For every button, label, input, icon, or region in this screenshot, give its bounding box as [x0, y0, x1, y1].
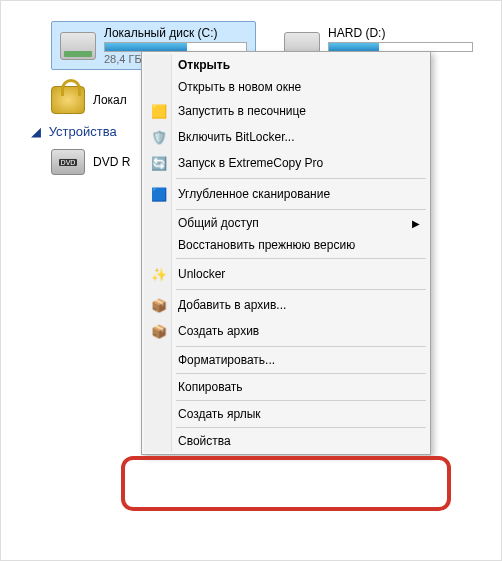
menu-separator	[176, 258, 426, 259]
drive-c-label: Локальный диск (C:)	[104, 26, 247, 40]
bitlocker-icon: 🛡️	[150, 128, 168, 146]
menu-separator	[176, 400, 426, 401]
menu-separator	[176, 427, 426, 428]
menu-restore-version[interactable]: Восстановить прежнюю версию	[144, 234, 428, 256]
collapse-icon: ◢	[31, 124, 41, 139]
deepscan-icon: 🟦	[150, 185, 168, 203]
menu-format[interactable]: Форматировать...	[144, 349, 428, 371]
menu-separator	[176, 346, 426, 347]
locked-drive-label: Локал	[93, 93, 127, 107]
extremecopy-icon: 🔄	[150, 154, 168, 172]
menu-separator	[176, 373, 426, 374]
lock-icon	[51, 86, 85, 114]
hdd-icon	[60, 32, 96, 60]
winrar-icon: 📦	[150, 322, 168, 340]
menu-unlocker[interactable]: ✨ Unlocker	[144, 261, 428, 287]
menu-extremecopy[interactable]: 🔄 Запуск в ExtremeCopy Pro	[144, 150, 428, 176]
menu-bitlocker[interactable]: 🛡️ Включить BitLocker...	[144, 124, 428, 150]
dvd-label: DVD R	[93, 155, 130, 169]
menu-share[interactable]: Общий доступ ▶	[144, 212, 428, 234]
context-menu: Открыть Открыть в новом окне 🟨 Запустить…	[141, 51, 431, 455]
menu-properties[interactable]: Свойства	[144, 430, 428, 452]
winrar-icon: 📦	[150, 296, 168, 314]
drive-d-label: HARD (D:)	[328, 26, 473, 40]
menu-sandbox[interactable]: 🟨 Запустить в песочнице	[144, 98, 428, 124]
menu-copy[interactable]: Копировать	[144, 376, 428, 398]
menu-open[interactable]: Открыть	[144, 54, 428, 76]
annotation-highlight	[121, 456, 451, 511]
unlocker-icon: ✨	[150, 265, 168, 283]
menu-separator	[176, 289, 426, 290]
tree-devices-label: Устройства	[49, 124, 117, 139]
sandbox-icon: 🟨	[150, 102, 168, 120]
menu-separator	[176, 209, 426, 210]
menu-separator	[176, 178, 426, 179]
menu-create-archive[interactable]: 📦 Создать архив	[144, 318, 428, 344]
menu-add-archive[interactable]: 📦 Добавить в архив...	[144, 292, 428, 318]
menu-open-new-window[interactable]: Открыть в новом окне	[144, 76, 428, 98]
dvd-icon: DVD	[51, 149, 85, 175]
submenu-arrow-icon: ▶	[412, 218, 420, 229]
menu-deepscan[interactable]: 🟦 Углубленное сканирование	[144, 181, 428, 207]
menu-create-shortcut[interactable]: Создать ярлык	[144, 403, 428, 425]
